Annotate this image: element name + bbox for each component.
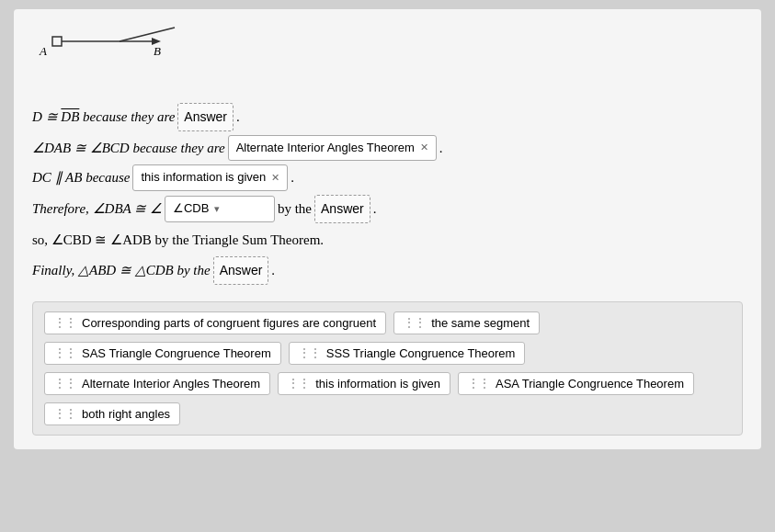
diagram: A B (32, 23, 743, 92)
drag-item-5[interactable]: ⋮⋮ Alternate Interior Angles Theorem (44, 372, 270, 395)
line1-answer-label: Answer (184, 105, 227, 130)
line4-dropdown-value: ∠CDB (173, 198, 209, 221)
line4-dropdown[interactable]: ∠CDB ▾ (165, 196, 275, 222)
label-a: A (39, 44, 47, 58)
drag-item-6-label: this information is given (315, 377, 440, 391)
label-b: B (154, 44, 161, 58)
line4-period: . (373, 196, 377, 222)
drag-item-7-label: ASA Triangle Congruence Theorem (496, 377, 684, 391)
proof-line-1: D ≅ DB because they are Answer . (32, 103, 743, 131)
line4-mid: by the (278, 196, 312, 222)
proof-line-2: ∠DAB ≅ ∠BCD because they are Alternate I… (32, 135, 743, 162)
drag-item-1-label: Corresponding parts of congruent figures… (82, 316, 376, 330)
drag-item-5-label: Alternate Interior Angles Theorem (82, 377, 260, 391)
drag-item-2[interactable]: ⋮⋮ the same segment (393, 311, 540, 334)
drag-handle-icon-7: ⋮⋮ (468, 377, 490, 390)
drag-item-2-label: the same segment (431, 316, 530, 330)
drag-handle-icon-6: ⋮⋮ (288, 377, 310, 390)
drag-handle-icon-8: ⋮⋮ (54, 407, 76, 420)
drag-handle-icon-3: ⋮⋮ (54, 346, 76, 359)
line2-prefix: ∠DAB ≅ ∠BCD because they are (32, 135, 225, 162)
drag-handle-icon-2: ⋮⋮ (404, 316, 426, 329)
line6-answer-box[interactable]: Answer (213, 256, 269, 285)
line4-prefix: Therefore, ∠DBA ≅ ∠ (32, 196, 162, 222)
drag-item-8[interactable]: ⋮⋮ both right angles (44, 402, 180, 425)
drag-item-3-label: SAS Triangle Congruence Theorem (82, 346, 271, 360)
line1-answer-box[interactable]: Answer (177, 103, 234, 131)
line3-prefix: DC ∥ AB because (32, 164, 130, 191)
drag-item-3[interactable]: ⋮⋮ SAS Triangle Congruence Theorem (44, 342, 281, 365)
line3-period: . (291, 164, 294, 191)
line5-text: so, ∠CBD ≅ ∠ADB by the Triangle Sum Theo… (32, 227, 324, 254)
drag-item-6[interactable]: ⋮⋮ this information is given (278, 372, 450, 395)
svg-line-3 (120, 28, 175, 41)
drag-area: ⋮⋮ Corresponding parts of congruent figu… (32, 301, 743, 436)
svg-rect-0 (52, 37, 62, 46)
line2-filled-label: Alternate Interior Angles Theorem (236, 137, 415, 160)
drag-item-1[interactable]: ⋮⋮ Corresponding parts of congruent figu… (44, 311, 386, 334)
proof-line-4: Therefore, ∠DBA ≅ ∠ ∠CDB ▾ by the Answer… (32, 195, 743, 223)
line4-answer-label: Answer (321, 197, 364, 221)
line4-answer-box[interactable]: Answer (314, 195, 370, 223)
geometry-diagram: A B (32, 23, 216, 92)
drag-item-7[interactable]: ⋮⋮ ASA Triangle Congruence Theorem (458, 372, 694, 395)
line2-close-icon[interactable]: ✕ (420, 138, 428, 157)
line1-period: . (236, 104, 240, 130)
proof-line-5: so, ∠CBD ≅ ∠ADB by the Triangle Sum Theo… (32, 227, 743, 254)
main-content: A B D ≅ DB because they are Answer . ∠DA… (14, 9, 761, 449)
drag-handle-icon-1: ⋮⋮ (54, 316, 76, 329)
proof-line-3: DC ∥ AB because this information is give… (32, 164, 743, 191)
drag-item-4-label: SSS Triangle Congruence Theorem (326, 346, 516, 360)
proof-line-6: Finally, △ABD ≅ △CDB by the Answer . (32, 256, 743, 285)
proof-lines: D ≅ DB because they are Answer . ∠DAB ≅ … (32, 103, 743, 285)
line2-period: . (439, 135, 443, 162)
line1-prefix: D ≅ DB because they are (32, 104, 175, 130)
line3-filled-box[interactable]: this information is given ✕ (132, 164, 288, 191)
line3-filled-label: this information is given (141, 166, 266, 189)
line2-filled-box[interactable]: Alternate Interior Angles Theorem ✕ (228, 135, 437, 162)
line6-period: . (271, 257, 275, 284)
line3-close-icon[interactable]: ✕ (271, 168, 279, 187)
line6-prefix: Finally, △ABD ≅ △CDB by the (32, 257, 211, 284)
drag-handle-icon-4: ⋮⋮ (299, 346, 321, 359)
drag-handle-icon-5: ⋮⋮ (54, 377, 76, 390)
line6-answer-label: Answer (220, 258, 263, 283)
drag-item-8-label: both right angles (82, 407, 170, 421)
line4-chevron-icon: ▾ (214, 199, 220, 219)
drag-item-4[interactable]: ⋮⋮ SSS Triangle Congruence Theorem (289, 342, 526, 365)
